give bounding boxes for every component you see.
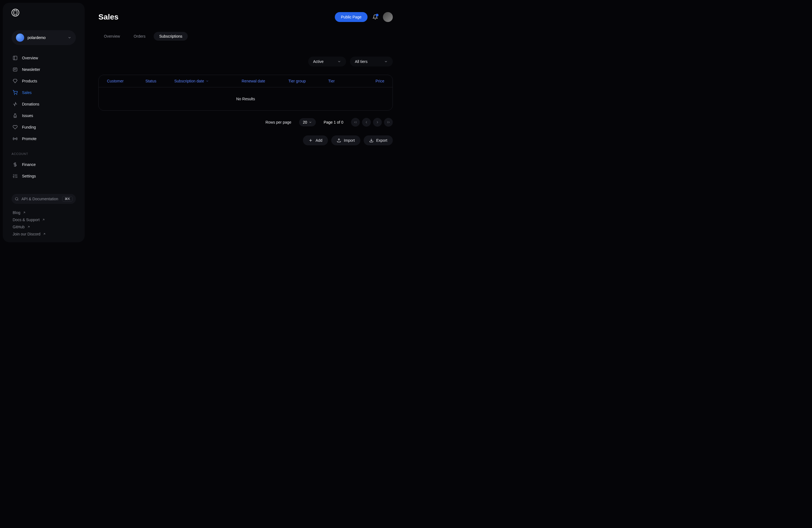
page-info: Page 1 of 0 — [323, 120, 343, 124]
rows-per-page-value: 20 — [303, 120, 307, 124]
heart-icon — [13, 125, 18, 130]
page-first-button[interactable] — [351, 118, 360, 127]
org-avatar — [16, 33, 24, 42]
external-link-icon — [27, 225, 30, 229]
chevron-down-icon — [384, 60, 388, 63]
cart-icon — [13, 90, 18, 95]
svg-point-5 — [14, 94, 15, 95]
add-button[interactable]: Add — [303, 135, 328, 145]
footer-link-github[interactable]: GitHub — [13, 225, 76, 229]
upload-icon — [337, 138, 341, 142]
th-price[interactable]: Price — [350, 79, 384, 83]
svg-line-21 — [43, 219, 44, 221]
rows-per-page-select[interactable]: 20 — [299, 118, 316, 126]
public-page-button[interactable]: Public Page — [335, 12, 367, 22]
search-shortcut: ⌘K — [62, 196, 73, 202]
sidebar-item-issues[interactable]: Issues — [12, 110, 76, 121]
sidebar-item-products[interactable]: Products — [12, 76, 76, 86]
sidebar-item-newsletter[interactable]: Newsletter — [12, 64, 76, 75]
sidebar-item-label: Overview — [22, 56, 38, 60]
page-next-button[interactable] — [373, 118, 382, 127]
sidebar-item-promote[interactable]: Promote — [12, 134, 76, 144]
svg-line-23 — [44, 233, 45, 235]
chevron-down-icon — [337, 60, 341, 63]
notifications-button[interactable] — [373, 14, 378, 20]
table-header: Customer Status Subscription date Renewa… — [99, 75, 393, 87]
sidebar-item-settings[interactable]: Settings — [12, 171, 76, 181]
sidebar-item-finance[interactable]: Finance — [12, 159, 76, 170]
notification-dot — [376, 14, 378, 16]
sidebar-item-funding[interactable]: Funding — [12, 122, 76, 132]
sidebar-item-label: Products — [22, 79, 37, 83]
sliders-icon — [13, 174, 18, 179]
sidebar-item-donations[interactable]: Donations — [12, 99, 76, 109]
page-title: Sales — [98, 13, 118, 21]
button-label: Import — [344, 138, 355, 142]
sidebar-item-label: Finance — [22, 162, 36, 167]
sidebar-item-label: Settings — [22, 174, 36, 178]
tab-orders[interactable]: Orders — [128, 32, 151, 41]
sidebar-item-label: Donations — [22, 102, 39, 106]
account-section-label: ACCOUNT — [12, 152, 76, 155]
th-tier[interactable]: Tier — [328, 79, 350, 83]
rows-per-page-label: Rows per page — [265, 120, 291, 124]
sidebar-item-overview[interactable]: Overview — [12, 53, 76, 63]
external-link-icon — [42, 218, 45, 222]
footer-link-discord[interactable]: Join our Discord — [13, 232, 76, 236]
tier-filter-value: All tiers — [355, 59, 367, 64]
sort-desc-icon — [206, 79, 209, 83]
sidebar: polardemo Overview Newsletter Products S… — [3, 3, 85, 242]
svg-line-20 — [24, 212, 25, 213]
svg-point-7 — [15, 138, 16, 139]
footer-link-label: Docs & Support — [13, 217, 40, 222]
command-search[interactable]: API & Documentation ⌘K — [12, 194, 76, 204]
newsletter-icon — [13, 67, 18, 72]
main: Sales Public Page Overview Orders Subscr… — [87, 0, 406, 264]
dashboard-icon — [13, 56, 18, 60]
footer-link-blog[interactable]: Blog — [13, 210, 76, 215]
sidebar-item-label: Newsletter — [22, 67, 40, 72]
sidebar-item-label: Issues — [22, 114, 33, 118]
footer-link-label: GitHub — [13, 225, 25, 229]
tabs: Overview Orders Subscriptions — [98, 32, 393, 41]
svg-rect-0 — [13, 56, 17, 60]
footer-link-label: Join our Discord — [13, 232, 40, 236]
page-last-button[interactable] — [384, 118, 393, 127]
donate-icon — [13, 102, 18, 107]
svg-point-6 — [16, 94, 17, 95]
page-prev-button[interactable] — [362, 118, 371, 127]
status-filter-value: Active — [313, 59, 323, 64]
no-results: No Results — [99, 87, 393, 110]
brand-logo — [12, 9, 19, 16]
download-icon — [369, 138, 374, 142]
tier-filter[interactable]: All tiers — [350, 57, 393, 66]
th-label: Subscription date — [174, 79, 204, 83]
broadcast-icon — [13, 136, 18, 141]
chevron-down-icon — [68, 36, 71, 40]
th-status[interactable]: Status — [145, 79, 174, 83]
import-button[interactable]: Import — [331, 135, 360, 145]
plus-icon — [308, 138, 313, 142]
th-renewal-date[interactable]: Renewal date — [242, 79, 288, 83]
search-icon — [15, 197, 19, 201]
button-label: Export — [376, 138, 387, 142]
external-link-icon — [43, 232, 46, 236]
export-button[interactable]: Export — [364, 135, 393, 145]
dollar-icon — [13, 162, 18, 167]
svg-line-22 — [28, 226, 29, 228]
svg-line-19 — [18, 200, 18, 200]
sidebar-item-sales[interactable]: Sales — [12, 87, 76, 98]
th-customer[interactable]: Customer — [107, 79, 145, 83]
th-tier-group[interactable]: Tier group — [288, 79, 328, 83]
tab-subscriptions[interactable]: Subscriptions — [154, 32, 188, 41]
org-switcher[interactable]: polardemo — [12, 30, 76, 45]
status-filter[interactable]: Active — [308, 57, 346, 66]
sidebar-item-label: Funding — [22, 125, 36, 130]
user-avatar[interactable] — [383, 12, 393, 22]
search-placeholder: API & Documentation — [21, 197, 58, 201]
footer-link-docs[interactable]: Docs & Support — [13, 217, 76, 222]
th-subscription-date[interactable]: Subscription date — [174, 79, 242, 83]
org-name: polardemo — [28, 35, 46, 40]
tab-overview[interactable]: Overview — [98, 32, 125, 41]
external-link-icon — [23, 211, 26, 214]
